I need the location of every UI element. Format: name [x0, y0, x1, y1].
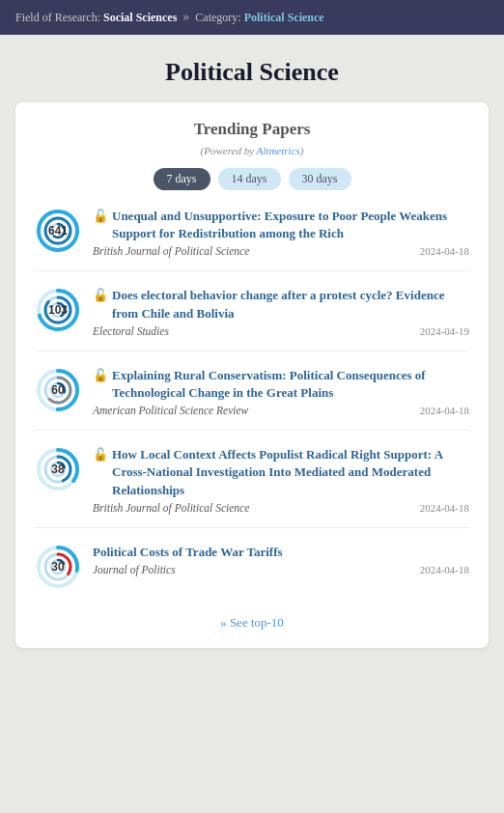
paper-journal: British Journal of Political Science — [93, 502, 249, 514]
page-title: Political Science — [15, 58, 489, 87]
score-circle: 103 — [35, 287, 81, 333]
open-access-icon: 🔓 — [93, 288, 108, 303]
breadcrumb: Field of Research: Social Sciences » Cat… — [0, 0, 504, 35]
papers-list: 641🔓Unequal and Unsupportive: Exposure t… — [35, 208, 469, 603]
paper-date: 2024-04-18 — [420, 245, 469, 257]
paper-content: 🔓Unequal and Unsupportive: Exposure to P… — [93, 208, 469, 257]
paper-item: 30Political Costs of Trade War TariffsJo… — [35, 544, 469, 603]
paper-title[interactable]: Explaining Rural Conservatism: Political… — [112, 367, 469, 402]
day-filter-14-days[interactable]: 14 days — [218, 168, 281, 190]
powered-by: (Powered by Altmetrics) — [35, 145, 469, 156]
paper-content: 🔓Explaining Rural Conservatism: Politica… — [93, 367, 469, 416]
breadcrumb-field: Field of Research: Social Sciences — [15, 11, 177, 25]
paper-content: Political Costs of Trade War TariffsJour… — [93, 544, 469, 575]
paper-content: 🔓How Local Context Affects Populist Radi… — [93, 446, 469, 514]
paper-item: 38🔓How Local Context Affects Populist Ra… — [35, 446, 469, 528]
day-filters: 7 days14 days30 days — [35, 168, 469, 190]
breadcrumb-separator: » — [182, 10, 189, 25]
score-value: 38 — [51, 463, 64, 476]
paper-journal: British Journal of Political Science — [93, 245, 249, 257]
score-value: 641 — [48, 224, 68, 238]
paper-date: 2024-04-18 — [420, 405, 469, 416]
breadcrumb-category: Category: Political Science — [195, 11, 323, 25]
score-circle: 30 — [35, 544, 81, 590]
score-circle: 641 — [35, 208, 81, 254]
paper-title[interactable]: Political Costs of Trade War Tariffs — [93, 544, 283, 561]
page-title-section: Political Science — [0, 35, 504, 102]
card-title: Trending Papers — [35, 120, 469, 139]
score-circle: 60 — [35, 367, 81, 413]
trending-papers-card: Trending Papers (Powered by Altmetrics) … — [15, 102, 489, 648]
paper-journal: American Political Science Review — [93, 405, 248, 416]
see-top-link-section: » See top-10 — [35, 607, 469, 634]
paper-date: 2024-04-18 — [420, 564, 469, 575]
paper-item: 641🔓Unequal and Unsupportive: Exposure t… — [35, 208, 469, 271]
paper-title[interactable]: Unequal and Unsupportive: Exposure to Po… — [112, 208, 469, 242]
paper-date: 2024-04-19 — [420, 325, 469, 337]
altmetrics-link[interactable]: Altmetrics — [257, 145, 300, 156]
open-access-icon: 🔓 — [93, 447, 108, 463]
score-circle: 38 — [35, 446, 81, 492]
paper-journal: Journal of Politics — [93, 564, 176, 575]
paper-item: 60🔓Explaining Rural Conservatism: Politi… — [35, 367, 469, 431]
score-value: 103 — [48, 303, 68, 317]
open-access-icon: 🔓 — [93, 368, 108, 383]
day-filter-30-days[interactable]: 30 days — [289, 168, 351, 190]
day-filter-7-days[interactable]: 7 days — [154, 168, 210, 190]
paper-title[interactable]: Does electoral behavior change after a p… — [112, 287, 469, 322]
paper-title[interactable]: How Local Context Affects Populist Radic… — [112, 446, 469, 499]
paper-content: 🔓Does electoral behavior change after a … — [93, 287, 469, 336]
paper-item: 103🔓Does electoral behavior change after… — [35, 287, 469, 350]
paper-journal: Electoral Studies — [93, 325, 169, 337]
score-value: 30 — [51, 560, 64, 574]
see-top-link[interactable]: » See top-10 — [220, 615, 284, 630]
open-access-icon: 🔓 — [93, 209, 108, 224]
score-value: 60 — [51, 383, 64, 397]
paper-date: 2024-04-18 — [420, 502, 469, 514]
